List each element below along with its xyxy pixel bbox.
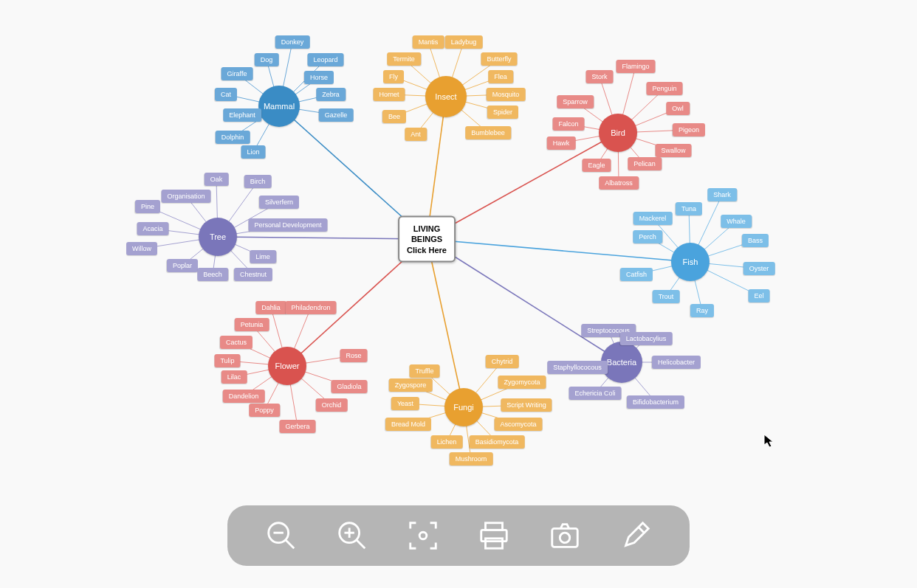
leaf-mammal[interactable]: Dog (255, 53, 279, 66)
leaf-insect[interactable]: Butterfly (481, 52, 517, 66)
leaf-insect[interactable]: Mantis (413, 35, 444, 49)
leaf-tree[interactable]: Birch (244, 175, 272, 188)
leaf-fungi[interactable]: Ascomycota (494, 418, 542, 431)
hub-fish[interactable]: Fish (671, 243, 710, 281)
leaf-tree[interactable]: Beech (197, 268, 228, 281)
hub-mammal[interactable]: Mammal (258, 86, 300, 127)
leaf-tree[interactable]: Lime (250, 250, 276, 263)
leaf-tree[interactable]: Silverfern (259, 196, 299, 209)
leaf-tree[interactable]: Willow (126, 242, 157, 255)
leaf-fungi[interactable]: Zygospore (389, 378, 433, 392)
leaf-bird[interactable]: Pelican (628, 157, 662, 170)
leaf-fungi[interactable]: Lichen (431, 435, 463, 449)
leaf-tree[interactable]: Poplar (167, 259, 198, 272)
zoom-out-button[interactable] (264, 519, 298, 553)
leaf-bird[interactable]: Hawk (547, 136, 576, 150)
leaf-flower[interactable]: Poppy (249, 404, 280, 417)
center-node[interactable]: LIVINGBEINGSClick Here (398, 216, 456, 263)
leaf-bird[interactable]: Flamingo (616, 60, 655, 73)
leaf-flower[interactable]: Orchid (316, 398, 348, 412)
leaf-insect[interactable]: Fly (383, 70, 404, 83)
hub-bird[interactable]: Bird (599, 114, 637, 152)
leaf-mammal[interactable]: Dolphin (216, 131, 250, 144)
leaf-fungi[interactable]: Bread Mold (385, 418, 431, 431)
leaf-fish[interactable]: Bass (742, 234, 769, 247)
leaf-tree[interactable]: Organisation (161, 190, 210, 203)
diagram-canvas[interactable]: LIVINGBEINGSClick HereMammalDonkeyLeopar… (0, 0, 917, 588)
leaf-fish[interactable]: Mackerel (633, 212, 673, 225)
leaf-flower[interactable]: Petunia (235, 318, 269, 331)
leaf-fish[interactable]: Tuna (676, 202, 702, 215)
leaf-fish[interactable]: Whale (721, 215, 752, 228)
leaf-flower[interactable]: Rose (340, 349, 367, 362)
leaf-insect[interactable]: Hornet (373, 88, 405, 101)
leaf-fungi[interactable]: Chytrid (486, 355, 519, 368)
leaf-bacteria[interactable]: Lactobacylius (620, 332, 673, 345)
leaf-bacteria[interactable]: Bifidobacterium (627, 395, 684, 409)
leaf-fungi[interactable]: Truffle (409, 364, 439, 378)
leaf-bird[interactable]: Penguin (646, 82, 682, 95)
leaf-flower[interactable]: Dahlia (255, 301, 286, 314)
leaf-bird[interactable]: Pigeon (673, 123, 705, 136)
leaf-bacteria[interactable]: Echericia Coli (569, 387, 621, 400)
hub-insect[interactable]: Insect (425, 76, 467, 117)
leaf-fish[interactable]: Eel (748, 289, 769, 302)
leaf-flower[interactable]: Tulip (214, 354, 240, 367)
hub-flower[interactable]: Flower (268, 347, 306, 385)
leaf-flower[interactable]: Philadendron (285, 301, 336, 314)
leaf-insect[interactable]: Ladybug (445, 35, 483, 49)
leaf-fungi[interactable]: Script Writing (501, 398, 552, 412)
hub-fungi[interactable]: Fungi (444, 388, 483, 426)
leaf-bird[interactable]: Falcon (552, 117, 584, 131)
leaf-insect[interactable]: Bee (382, 110, 406, 123)
leaf-fish[interactable]: Oyster (743, 262, 775, 275)
zoom-in-button[interactable] (335, 519, 369, 553)
leaf-insect[interactable]: Ant (405, 128, 427, 141)
leaf-mammal[interactable]: Leopard (307, 53, 343, 66)
leaf-fungi[interactable]: Zygomycota (498, 376, 546, 389)
leaf-tree[interactable]: Personal Development (248, 218, 327, 232)
leaf-insect[interactable]: Flea (488, 70, 513, 83)
leaf-insect[interactable]: Bumblebee (465, 126, 511, 139)
leaf-bird[interactable]: Swallow (655, 144, 691, 157)
hub-tree[interactable]: Tree (199, 218, 237, 256)
leaf-fish[interactable]: Trout (653, 290, 680, 303)
leaf-mammal[interactable]: Donkey (275, 35, 310, 49)
leaf-fish[interactable]: Catfish (620, 268, 653, 281)
leaf-mammal[interactable]: Gazelle (319, 108, 354, 122)
leaf-fungi[interactable]: Yeast (391, 397, 419, 410)
leaf-tree[interactable]: Pine (135, 200, 160, 213)
leaf-mammal[interactable]: Giraffe (221, 67, 253, 80)
leaf-bird[interactable]: Stork (585, 70, 613, 83)
leaf-fish[interactable]: Perch (633, 230, 662, 243)
leaf-bacteria[interactable]: Staphyllococous (547, 361, 608, 374)
leaf-bird[interactable]: Owl (666, 102, 690, 115)
leaf-mammal[interactable]: Elephant (223, 108, 261, 122)
fit-screen-button[interactable] (406, 519, 440, 553)
leaf-bacteria[interactable]: Helicobacter (652, 356, 701, 369)
leaf-fish[interactable]: Ray (690, 304, 714, 317)
print-button[interactable] (477, 519, 511, 553)
leaf-mammal[interactable]: Horse (304, 71, 334, 84)
leaf-tree[interactable]: Acacia (137, 222, 168, 235)
leaf-mammal[interactable]: Zebra (316, 88, 346, 101)
leaf-bird[interactable]: Albatross (599, 176, 639, 190)
leaf-tree[interactable]: Oak (205, 173, 229, 186)
leaf-mammal[interactable]: Lion (241, 145, 265, 159)
leaf-bird[interactable]: Eagle (582, 159, 611, 172)
leaf-mammal[interactable]: Cat (215, 88, 237, 101)
leaf-insect[interactable]: Mosquito (487, 88, 526, 101)
leaf-fungi[interactable]: Mushroom (450, 452, 493, 466)
leaf-flower[interactable]: Cactus (220, 336, 253, 349)
leaf-flower[interactable]: Lilac (221, 370, 247, 384)
snapshot-button[interactable] (548, 519, 582, 553)
leaf-fish[interactable]: Shark (707, 188, 737, 201)
leaf-flower[interactable]: Dandelion (223, 390, 265, 403)
leaf-insect[interactable]: Spider (487, 106, 518, 119)
leaf-bird[interactable]: Sparrow (557, 95, 594, 108)
leaf-flower[interactable]: Gladiola (331, 380, 367, 393)
leaf-tree[interactable]: Chestnut (234, 268, 272, 281)
leaf-fungi[interactable]: Basidiomycota (470, 435, 525, 449)
leaf-flower[interactable]: Gerbera (279, 420, 315, 433)
edit-button[interactable] (619, 519, 653, 553)
